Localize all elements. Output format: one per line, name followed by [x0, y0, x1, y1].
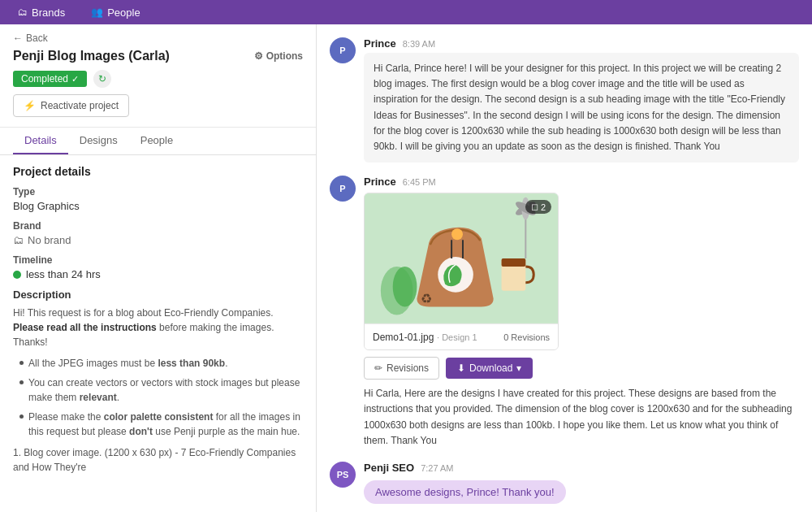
design-filename: Demo1-01.jpg	[373, 332, 434, 343]
project-title: Penji Blog Images (Carla)	[13, 49, 170, 63]
message-header-1: Prince 8:39 AM	[364, 37, 799, 50]
description-text: Hi! This request is for a blog about Eco…	[13, 306, 303, 349]
message-content-3: Penji SEO 7:27 AM Awesome designs, Princ…	[364, 462, 799, 504]
tab-designs[interactable]: Designs	[68, 128, 129, 154]
description-intro: Hi! This request is for a blog about Eco…	[13, 307, 274, 319]
avatar-penji: PS	[330, 462, 356, 488]
avatar-prince-2: P	[330, 176, 356, 202]
svg-point-10	[451, 228, 463, 240]
brand-text: No brand	[28, 234, 71, 246]
download-btn-label: Download	[469, 362, 512, 374]
nav-brands[interactable]: 🗂 Brands	[13, 4, 70, 21]
design-badge: ◻ 2	[525, 200, 551, 214]
pencil-icon: ✏	[374, 362, 382, 374]
brand-value: 🗂 No brand	[13, 234, 303, 246]
nav-brands-label: Brands	[32, 7, 65, 19]
bullet-dot	[19, 414, 24, 419]
gear-icon: ⚙	[254, 50, 263, 62]
reactivate-button[interactable]: ⚡ Reactivate project	[13, 94, 129, 117]
status-badge[interactable]: Completed ✓	[13, 71, 87, 87]
bullet-text-1: All the JPEG images must be less than 90…	[28, 356, 227, 371]
design-card: ♻ ◻	[364, 193, 559, 350]
type-value: Blog Graphics	[13, 200, 303, 212]
svg-rect-9	[502, 258, 526, 267]
nav-people[interactable]: 👥 People	[86, 4, 145, 21]
top-navigation: 🗂 Brands 👥 People	[0, 0, 812, 24]
tab-details-label: Details	[24, 134, 57, 146]
sidebar: ← Back Penji Blog Images (Carla) ⚙ Optio…	[0, 24, 317, 512]
sidebar-header: ← Back Penji Blog Images (Carla) ⚙ Optio…	[0, 24, 316, 128]
blog-reference: 1. Blog cover image. (1200 x 630 px) - 7…	[13, 445, 303, 475]
sender-prince-1: Prince	[364, 37, 396, 50]
revisions-button[interactable]: ✏ Revisions	[364, 357, 439, 380]
message-2: P Prince 6:45 PM	[330, 176, 799, 449]
download-icon: ⬇	[457, 362, 465, 374]
back-label: Back	[26, 33, 48, 44]
bullet-item-1: All the JPEG images must be less than 90…	[19, 356, 303, 371]
description-title: Description	[13, 289, 303, 301]
back-arrow-icon: ←	[13, 33, 23, 44]
message-content-1: Prince 8:39 AM Hi Carla, Prince here! I …	[364, 37, 799, 163]
bullet-dot	[19, 361, 24, 365]
download-caret-icon: ▾	[516, 362, 521, 374]
message-text-1: Hi Carla, Prince here! I will be your de…	[374, 63, 785, 152]
svg-point-12	[393, 267, 417, 307]
refresh-button[interactable]: ↻	[93, 70, 111, 88]
message-time-1: 8:39 AM	[403, 39, 435, 49]
badge-icon: ◻	[531, 202, 538, 212]
sidebar-tabs: Details Designs People	[0, 128, 316, 155]
design-preview: ♻ ◻	[365, 193, 558, 323]
badge-count: 2	[541, 202, 546, 212]
message-header-3: Penji SEO 7:27 AM	[364, 462, 799, 474]
project-details-title: Project details	[13, 165, 303, 178]
sender-penji: Penji SEO	[364, 462, 414, 474]
design-message: Hi Carla, Here are the designs I have cr…	[364, 388, 792, 446]
timeline-value: less than 24 hrs	[13, 268, 303, 280]
awesome-bubble: Awesome designs, Prince! Thank you!	[364, 480, 566, 504]
brands-icon: 🗂	[18, 7, 28, 18]
sender-prince-2: Prince	[364, 176, 396, 188]
main-layout: ← Back Penji Blog Images (Carla) ⚙ Optio…	[0, 24, 812, 512]
message-time-2: 6:45 PM	[403, 177, 436, 187]
message-3: PS Penji SEO 7:27 AM Awesome designs, Pr…	[330, 462, 799, 504]
design-actions: ✏ Revisions ⬇ Download ▾	[364, 357, 799, 380]
design-text: Hi Carla, Here are the designs I have cr…	[364, 386, 799, 449]
bullet-list: All the JPEG images must be less than 90…	[19, 356, 303, 439]
project-title-row: Penji Blog Images (Carla) ⚙ Options	[13, 49, 303, 63]
bullet-text-3: Please make the color palette consistent…	[28, 410, 303, 439]
people-icon: 👥	[91, 7, 103, 18]
svg-text:♻: ♻	[421, 292, 432, 306]
tab-designs-label: Designs	[80, 134, 118, 146]
options-label: Options	[266, 50, 303, 62]
nav-people-label: People	[107, 7, 140, 19]
bullet-dot	[19, 380, 24, 384]
revisions-count: 0 Revisions	[503, 332, 550, 342]
message-bubble-1: Hi Carla, Prince here! I will be your de…	[364, 53, 799, 163]
timeline-text: less than 24 hrs	[26, 268, 101, 280]
design-footer: Demo1-01.jpg · Design 1 0 Revisions	[365, 323, 558, 349]
bullet-item-2: You can create vectors or vectors with s…	[19, 375, 303, 405]
tab-people[interactable]: People	[129, 128, 184, 154]
back-button[interactable]: ← Back	[13, 33, 303, 44]
tab-details[interactable]: Details	[13, 128, 68, 154]
design-label: · Design 1	[437, 332, 477, 342]
status-label: Completed	[21, 73, 68, 85]
message-header-2: Prince 6:45 PM	[364, 176, 799, 188]
download-button[interactable]: ⬇ Download ▾	[446, 358, 533, 379]
tab-people-label: People	[140, 134, 173, 146]
timeline-label: Timeline	[13, 254, 303, 266]
design-info: Demo1-01.jpg · Design 1	[373, 331, 477, 343]
type-label: Type	[13, 186, 303, 197]
revisions-btn-label: Revisions	[387, 362, 429, 374]
reactivate-label: Reactivate project	[41, 100, 119, 111]
brand-label: Brand	[13, 220, 303, 232]
description-bold: Please read all the instructions	[13, 322, 157, 333]
bullet-item-3: Please make the color palette consistent…	[19, 410, 303, 439]
sidebar-content: Project details Type Blog Graphics Brand…	[0, 155, 316, 512]
checkmark-icon: ✓	[71, 74, 79, 85]
message-time-3: 7:27 AM	[421, 463, 453, 473]
options-button[interactable]: ⚙ Options	[254, 50, 303, 62]
bullet-text-2: You can create vectors or vectors with s…	[28, 375, 303, 405]
lightning-icon: ⚡	[24, 100, 36, 111]
avatar-prince-1: P	[330, 37, 356, 63]
